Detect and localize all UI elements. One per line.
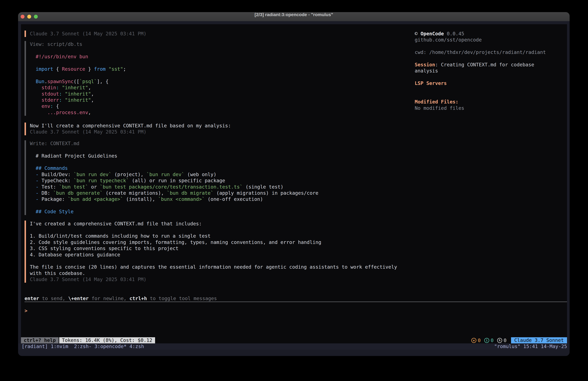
text-segment: Creating CONTEXT.md for codebase bbox=[441, 62, 534, 67]
terminal-content: Claude 3.7 Sonnet (14 May 2025 03:41 PM)… bbox=[21, 24, 567, 343]
text-segment: from bbox=[94, 66, 105, 72]
warning-icon-group: w0 bbox=[471, 337, 481, 343]
text-segment bbox=[62, 91, 65, 97]
window-titlebar[interactable]: [2/3] radiant:3:opencode - "romulus" bbox=[18, 12, 570, 21]
text-line: The file is concise (20 lines) and captu… bbox=[30, 264, 397, 270]
text-segment: TypeCheck: bbox=[39, 178, 74, 183]
text-line bbox=[415, 87, 567, 93]
message-input[interactable] bbox=[27, 308, 189, 314]
help-chip: ctrl+? help bbox=[21, 337, 59, 343]
text-segment bbox=[30, 66, 36, 72]
text-segment: No modified files bbox=[415, 105, 464, 111]
text-line bbox=[415, 74, 567, 80]
terminal-window: [2/3] radiant:3:opencode - "romulus" Cla… bbox=[18, 12, 570, 356]
prompt-icon: > bbox=[24, 308, 27, 314]
text-line: Session: Creating CONTEXT.md for codebas… bbox=[415, 62, 567, 68]
text-segment: , bbox=[88, 85, 91, 90]
text-line: - Build/Dev: `bun run dev` (project), `b… bbox=[30, 171, 397, 178]
text-line: Now I'll create a comprehensive CONTEXT.… bbox=[30, 123, 397, 129]
text-segment: `bun run dev` bbox=[147, 172, 185, 177]
text-segment: View: script/db.ts bbox=[30, 41, 82, 47]
text-segment: `psql` bbox=[79, 79, 97, 84]
text-line: ## Code Style bbox=[30, 209, 397, 215]
text-segment: DB: bbox=[39, 190, 53, 196]
text-line: enter to send, \+enter for newline, ctrl… bbox=[24, 295, 217, 302]
text-segment: - bbox=[36, 196, 39, 202]
text-segment: 1. Build/lint/test commands including ho… bbox=[30, 233, 210, 239]
text-line: ...process.env, bbox=[30, 110, 397, 116]
diagnostic-count: 0 bbox=[491, 337, 494, 343]
text-segment: # Radiant Project Guidelines bbox=[30, 153, 117, 159]
text-segment: © bbox=[415, 31, 420, 37]
text-segment: ctrl+h bbox=[129, 296, 147, 301]
text-segment: ], { bbox=[97, 79, 108, 84]
text-line: 3. CSS styling conventions specific to t… bbox=[30, 246, 397, 251]
tmux-windows-list[interactable]: [radiant] 1:nvim 2:zsh- 3:opencode* 4:zs… bbox=[22, 343, 144, 350]
text-line: - Test: `bun test` or `bun test packages… bbox=[30, 184, 397, 190]
text-line: #!/usr/bin/env bun bbox=[30, 54, 397, 60]
text-line: stderr: "inherit", bbox=[30, 97, 397, 103]
text-segment: Package: bbox=[39, 196, 68, 202]
text-segment bbox=[30, 184, 36, 190]
model-chip: Claude 3.7 Sonnet bbox=[511, 337, 567, 343]
text-segment: , bbox=[91, 97, 94, 103]
text-segment: "inherit" bbox=[65, 91, 91, 97]
info-icon-group: i0 bbox=[484, 337, 494, 343]
text-segment: (one-off execution) bbox=[205, 196, 263, 202]
text-line bbox=[415, 56, 567, 62]
text-line: env: { bbox=[30, 103, 397, 109]
text-segment: (project), bbox=[111, 172, 147, 177]
prompt-row: > bbox=[24, 308, 189, 314]
text-segment: ([ bbox=[74, 79, 79, 84]
text-segment: with this codebase. bbox=[30, 270, 85, 276]
text-segment: `bun db migrate` bbox=[167, 190, 213, 196]
text-line: No modified files bbox=[415, 105, 567, 111]
text-segment: Resource bbox=[62, 66, 85, 72]
text-segment: to send, bbox=[39, 296, 68, 301]
text-segment: "sst" bbox=[109, 66, 123, 72]
text-line: Write: CONTEXT.md bbox=[30, 140, 397, 147]
text-segment: or bbox=[88, 184, 100, 190]
input-divider bbox=[24, 302, 567, 302]
text-line: import { Resource } from "sst"; bbox=[30, 66, 397, 72]
text-segment: `bun run dev` bbox=[74, 172, 111, 177]
session-sidebar: © OpenCode 0.0.45github.com/sst/opencode… bbox=[415, 31, 567, 111]
text-line: Modified Files: bbox=[415, 99, 567, 105]
text-line: stdin: "inherit", bbox=[30, 85, 397, 91]
text-line: 4. Database operations guidance bbox=[30, 252, 397, 258]
text-line: View: script/db.ts bbox=[30, 41, 397, 47]
text-segment: github.com/sst/opencode bbox=[415, 37, 482, 43]
diagnostics: w0i0h0 bbox=[471, 337, 506, 343]
text-segment bbox=[30, 97, 42, 103]
text-segment: 2. Code style guidelines covering import… bbox=[30, 239, 321, 245]
text-segment: `bunx <command>` bbox=[158, 196, 205, 202]
text-line: 2. Code style guidelines covering import… bbox=[30, 239, 397, 246]
text-segment bbox=[30, 79, 36, 84]
text-segment: (all) or run in specific package bbox=[129, 178, 225, 183]
text-segment: (apply migrations) in packages/core bbox=[213, 190, 318, 196]
text-segment bbox=[30, 91, 42, 97]
text-line: Claude 3.7 Sonnet (14 May 2025 03:41 PM) bbox=[30, 276, 397, 283]
text-line: cwd: /home/thdxr/dev/projects/radiant/ra… bbox=[415, 49, 567, 55]
text-line: - TypeCheck: `bun run typecheck` (all) o… bbox=[30, 178, 397, 184]
diagnostics-group: w0i0h0 Claude 3.7 Sonnet bbox=[471, 337, 567, 343]
text-segment: } bbox=[85, 66, 94, 72]
text-segment: Session bbox=[415, 62, 435, 67]
text-segment: (single test) bbox=[243, 184, 284, 190]
text-line bbox=[30, 72, 397, 78]
chat-block: Claude 3.7 Sonnet (14 May 2025 03:41 PM) bbox=[30, 31, 397, 37]
text-segment: : bbox=[435, 62, 441, 67]
text-line bbox=[415, 93, 567, 99]
text-segment bbox=[30, 196, 36, 202]
text-line: Claude 3.7 Sonnet (14 May 2025 03:41 PM) bbox=[30, 129, 397, 135]
text-line: Bun.spawnSync([`psql`], { bbox=[30, 78, 397, 85]
text-segment: `bun db generate` bbox=[53, 190, 103, 196]
text-line bbox=[30, 47, 397, 54]
text-segment: { bbox=[53, 66, 62, 72]
text-segment bbox=[30, 178, 36, 183]
text-segment: "inherit" bbox=[65, 97, 91, 103]
text-segment bbox=[30, 172, 36, 177]
text-segment: "inherit" bbox=[62, 85, 88, 90]
text-segment: to toggle tool messages bbox=[147, 296, 217, 301]
text-line bbox=[30, 227, 397, 233]
